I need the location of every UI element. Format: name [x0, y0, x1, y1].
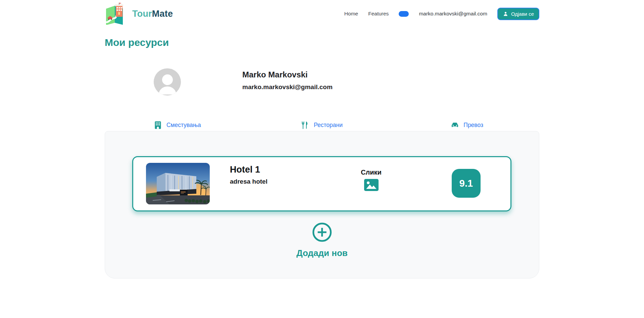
nav-toggle-pill[interactable]	[399, 11, 409, 17]
brand-tour: Tour	[132, 9, 152, 19]
add-new-button[interactable]: Додади нов	[296, 222, 348, 258]
resource-title: Hotel 1	[230, 165, 267, 175]
avatar	[154, 68, 181, 96]
hotel-icon	[153, 121, 162, 130]
add-new-label: Додади нов	[296, 248, 348, 258]
nav-home[interactable]: Home	[344, 11, 358, 17]
header: TourMate Home Features marko.markovski@g…	[105, 0, 539, 27]
brand-text: TourMate	[132, 9, 173, 19]
logout-button[interactable]: Одјави се	[497, 8, 539, 20]
hotel-photo	[146, 163, 210, 204]
profile-email: marko.markovski@gmail.com	[242, 83, 333, 91]
images-button[interactable]: Слики	[350, 169, 392, 192]
tab-transport-label: Превоз	[463, 122, 483, 129]
tab-restaurants[interactable]: Ресторани	[250, 119, 395, 131]
brand[interactable]: TourMate	[105, 3, 173, 25]
profile-name: Marko Markovski	[242, 70, 333, 79]
nav-features[interactable]: Features	[368, 11, 389, 17]
resources-panel: Hotel 1 adresa hotel Слики 9.1	[105, 131, 539, 278]
images-label: Слики	[350, 169, 392, 176]
brand-mate: Mate	[152, 9, 173, 19]
resource-tabs: Сместувања Ресторани Превоз	[105, 119, 539, 131]
tab-accommodations-label: Сместувања	[166, 122, 201, 129]
page-title: Мои ресурси	[105, 37, 539, 48]
tab-restaurants-label: Ресторани	[314, 122, 343, 129]
person-icon	[503, 11, 508, 17]
taxi-icon	[450, 121, 459, 130]
person-silhouette-icon	[158, 74, 177, 94]
resource-address: adresa hotel	[230, 178, 267, 185]
page: TourMate Home Features marko.markovski@g…	[0, 0, 644, 318]
rating-badge: 9.1	[452, 169, 481, 198]
tab-accommodations[interactable]: Сместувања	[105, 119, 250, 131]
plus-circle-icon	[312, 222, 333, 243]
resource-title-block: Hotel 1 adresa hotel	[230, 165, 267, 185]
nav-user-email: marko.markovski@gmail.com	[419, 11, 487, 17]
profile-info: Marko Markovski marko.markovski@gmail.co…	[242, 68, 333, 96]
main-nav: Home Features marko.markovski@gmail.com …	[344, 8, 539, 20]
tourmate-logo	[105, 3, 129, 25]
profile-section: Marko Markovski marko.markovski@gmail.co…	[105, 68, 539, 96]
tab-transport[interactable]: Превоз	[394, 119, 539, 131]
utensils-icon	[301, 121, 310, 129]
resource-card[interactable]: Hotel 1 adresa hotel Слики 9.1	[132, 156, 511, 211]
hotel-glyph	[115, 3, 123, 17]
logout-label: Одјави се	[511, 11, 534, 17]
image-icon	[364, 179, 379, 191]
